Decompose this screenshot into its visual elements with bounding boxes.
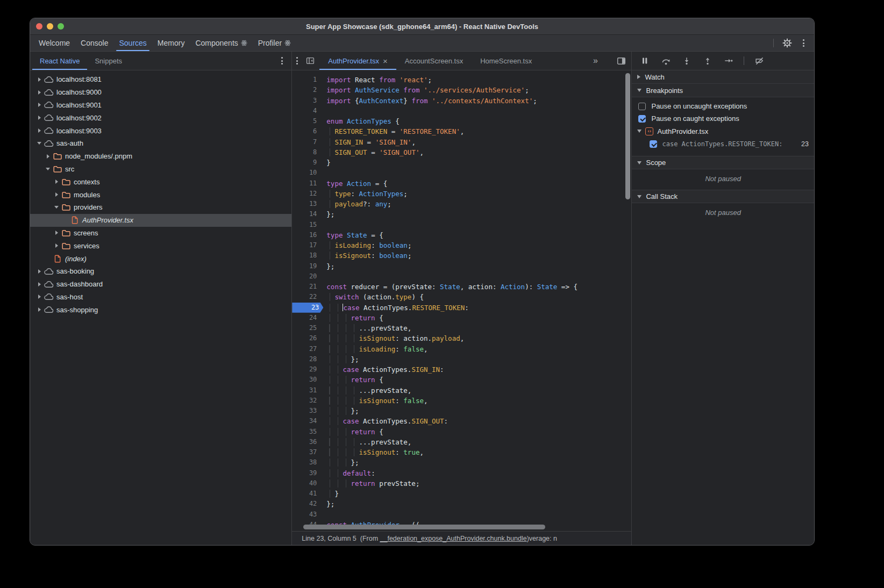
line-number[interactable]: 43: [292, 510, 322, 520]
line-number[interactable]: 25: [292, 323, 322, 333]
tree-item-sas-booking[interactable]: sas-booking: [30, 265, 291, 278]
code-line-27[interactable]: 27 isLoading: false,: [292, 344, 631, 354]
line-number[interactable]: 22: [292, 292, 322, 302]
navigator-tab-react-native[interactable]: React Native: [32, 52, 87, 70]
tree-expanded-arrow-icon[interactable]: [35, 142, 43, 145]
code-line-11[interactable]: 11type Action = {: [292, 178, 631, 189]
main-tab-profiler[interactable]: Profiler: [253, 35, 296, 51]
tree-collapsed-arrow-icon[interactable]: [53, 192, 60, 197]
line-number[interactable]: 31: [292, 385, 322, 396]
main-menu-kebab-icon[interactable]: [801, 37, 807, 49]
step-over-icon[interactable]: [660, 55, 672, 67]
code-line-28[interactable]: 28 };: [292, 354, 631, 364]
line-number[interactable]: 28: [292, 354, 322, 364]
pause-uncaught-checkbox[interactable]: [638, 103, 646, 110]
editor-vertical-scrollbar[interactable]: [625, 73, 630, 199]
editor-more-kebab-icon[interactable]: [294, 55, 300, 67]
code-line-5[interactable]: 5enum ActionTypes {: [292, 116, 631, 126]
breakpoints-section-header[interactable]: Breakpoints: [632, 84, 814, 97]
step-into-icon[interactable]: [681, 55, 693, 67]
line-number[interactable]: 10: [292, 168, 322, 178]
tree-collapsed-arrow-icon[interactable]: [35, 77, 43, 82]
line-number[interactable]: 32: [292, 396, 322, 406]
tree-collapsed-arrow-icon[interactable]: [35, 90, 43, 95]
code-line-23[interactable]: 23 case ActionTypes.RESTORE_TOKEN:: [292, 303, 631, 313]
line-number[interactable]: 12: [292, 189, 322, 199]
tree-item-services[interactable]: services: [30, 239, 291, 252]
tree-item-localhost-9000[interactable]: localhost:9000: [30, 86, 291, 99]
tree-expanded-arrow-icon[interactable]: [44, 168, 52, 170]
code-line-16[interactable]: 16type State = {: [292, 230, 631, 240]
code-line-9[interactable]: 9}: [292, 157, 631, 168]
close-window-button[interactable]: [36, 23, 42, 30]
tree-item-index[interactable]: (index): [30, 252, 291, 265]
minimize-window-button[interactable]: [47, 23, 53, 30]
code-line-21[interactable]: 21const reducer = (prevState: State, act…: [292, 282, 631, 292]
line-number[interactable]: 17: [292, 240, 322, 250]
tree-item-sas-auth[interactable]: sas-auth: [30, 137, 291, 150]
line-number[interactable]: 8: [292, 147, 322, 157]
line-number[interactable]: 11: [292, 178, 322, 189]
pause-caught-row[interactable]: Pause on caught exceptions: [632, 112, 814, 125]
line-number[interactable]: 7: [292, 137, 322, 147]
tree-collapsed-arrow-icon[interactable]: [35, 307, 43, 312]
code-line-4[interactable]: 4: [292, 106, 631, 116]
step-out-icon[interactable]: [702, 55, 714, 67]
navigator-more-kebab-icon[interactable]: [279, 55, 285, 67]
pause-script-icon[interactable]: [639, 55, 651, 67]
tree-item-localhost-9001[interactable]: localhost:9001: [30, 99, 291, 112]
navigator-tab-snippets[interactable]: Snippets: [87, 52, 130, 70]
main-tab-sources[interactable]: Sources: [113, 35, 152, 51]
line-number[interactable]: 30: [292, 375, 322, 385]
watch-section-header[interactable]: Watch: [632, 70, 814, 84]
line-number[interactable]: 37: [292, 447, 322, 457]
tree-collapsed-arrow-icon[interactable]: [44, 154, 52, 159]
code-line-43[interactable]: 43: [292, 510, 631, 520]
code-line-29[interactable]: 29 case ActionTypes.SIGN_IN:: [292, 364, 631, 375]
line-number[interactable]: 15: [292, 220, 322, 230]
tree-collapsed-arrow-icon[interactable]: [53, 231, 60, 235]
line-number[interactable]: 14: [292, 209, 322, 219]
code-line-42[interactable]: 42};: [292, 499, 631, 509]
maximize-window-button[interactable]: [58, 23, 64, 30]
code-line-37[interactable]: 37 isSignout: true,: [292, 447, 631, 457]
main-tab-components[interactable]: Components: [190, 35, 252, 51]
code-viewport[interactable]: 1import React from 'react';2import AuthS…: [292, 70, 631, 531]
tree-collapsed-arrow-icon[interactable]: [35, 128, 43, 133]
code-line-2[interactable]: 2import AuthService from '../services/Au…: [292, 85, 631, 95]
tree-item-providers[interactable]: providers: [30, 201, 291, 214]
line-number[interactable]: 38: [292, 457, 322, 468]
line-number[interactable]: 13: [292, 199, 322, 209]
code-line-34[interactable]: 34 case ActionTypes.SIGN_OUT:: [292, 416, 631, 426]
code-line-22[interactable]: 22 switch (action.type) {: [292, 292, 631, 302]
tree-collapsed-arrow-icon[interactable]: [35, 269, 43, 274]
tree-item-sas-shopping[interactable]: sas-shopping: [30, 303, 291, 316]
code-line-8[interactable]: 8 SIGN_OUT = 'SIGN_OUT',: [292, 147, 631, 157]
line-number[interactable]: 16: [292, 230, 322, 240]
tree-item-modules[interactable]: modules: [30, 188, 291, 201]
code-line-39[interactable]: 39 default:: [292, 468, 631, 478]
code-line-31[interactable]: 31 ...prevState,: [292, 385, 631, 396]
line-number[interactable]: 18: [292, 250, 322, 261]
tree-item-authprovider-tsx[interactable]: AuthProvider.tsx: [30, 214, 291, 227]
editor-tab-homescreen-tsx[interactable]: HomeScreen.tsx: [472, 52, 540, 70]
code-line-25[interactable]: 25 ...prevState,: [292, 323, 631, 333]
code-line-26[interactable]: 26 isSignout: action.payload,: [292, 333, 631, 343]
tree-item-localhost-8081[interactable]: localhost:8081: [30, 73, 291, 86]
tree-item-sas-host[interactable]: sas-host: [30, 291, 291, 304]
line-number[interactable]: 21: [292, 282, 322, 292]
deactivate-breakpoints-icon[interactable]: [753, 55, 765, 67]
line-number[interactable]: 41: [292, 489, 322, 499]
tree-item-sas-dashboard[interactable]: sas-dashboard: [30, 278, 291, 291]
breakpoint-file-group[interactable]: AuthProvider.tsx: [632, 125, 814, 138]
line-number[interactable]: 33: [292, 406, 322, 416]
call-stack-section-header[interactable]: Call Stack: [632, 190, 814, 203]
line-number[interactable]: 36: [292, 437, 322, 447]
tree-item-screens[interactable]: screens: [30, 227, 291, 240]
main-tab-memory[interactable]: Memory: [152, 35, 190, 51]
pause-caught-checkbox[interactable]: [638, 115, 646, 123]
code-line-38[interactable]: 38 };: [292, 457, 631, 468]
code-line-7[interactable]: 7 SIGN_IN = 'SIGN_IN',: [292, 137, 631, 147]
line-number[interactable]: 35: [292, 427, 322, 437]
step-icon[interactable]: [723, 55, 735, 67]
